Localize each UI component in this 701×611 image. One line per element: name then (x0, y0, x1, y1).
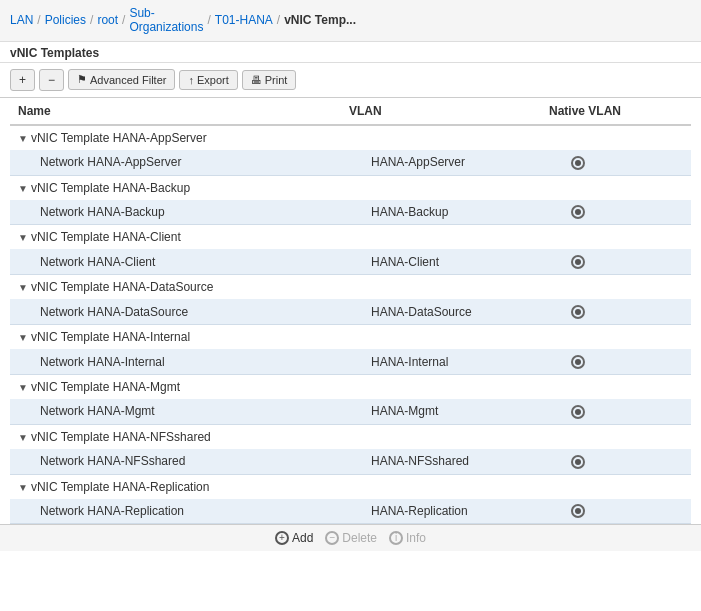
info-action-icon: i (389, 531, 403, 545)
row-vlan: HANA-Backup (341, 200, 541, 225)
table-body: ▼vNIC Template HANA-AppServerNetwork HAN… (10, 125, 691, 524)
breadcrumb-sep-4: / (277, 13, 280, 27)
row-native-vlan (541, 499, 691, 524)
table-row[interactable]: Network HANA-ReplicationHANA-Replication (10, 499, 691, 524)
print-icon: 🖶 (251, 74, 262, 86)
print-label: Print (265, 74, 288, 86)
remove-button[interactable]: − (39, 69, 64, 91)
breadcrumb-sub-orgs[interactable]: Sub-Organizations (129, 6, 203, 35)
table-header: Name VLAN Native VLAN (10, 98, 691, 125)
native-vlan-radio (571, 156, 585, 170)
add-icon: + (19, 73, 26, 87)
table-group-row[interactable]: ▼vNIC Template HANA-AppServer (10, 125, 691, 150)
table-row[interactable]: Network HANA-BackupHANA-Backup (10, 200, 691, 225)
row-vlan: HANA-Client (341, 249, 541, 274)
row-name: Network HANA-Mgmt (10, 399, 341, 424)
breadcrumb-vnic: vNIC Temp... (284, 13, 356, 27)
group-name: ▼vNIC Template HANA-Internal (10, 325, 691, 350)
group-name: ▼vNIC Template HANA-Backup (10, 175, 691, 200)
breadcrumb-sep-0: / (37, 13, 40, 27)
breadcrumb-t01-hana[interactable]: T01-HANA (215, 13, 273, 27)
native-vlan-radio (571, 205, 585, 219)
print-button[interactable]: 🖶 Print (242, 70, 297, 90)
delete-action-button[interactable]: − Delete (325, 531, 377, 545)
breadcrumb-sep-3: / (207, 13, 210, 27)
table-group-row[interactable]: ▼vNIC Template HANA-NFSshared (10, 424, 691, 449)
row-vlan: HANA-AppServer (341, 150, 541, 175)
page-header: vNIC Templates (0, 42, 701, 63)
toolbar: + − ⚑ Advanced Filter ↑ Export 🖶 Print (0, 63, 701, 98)
export-label: Export (197, 74, 229, 86)
add-action-button[interactable]: + Add (275, 531, 313, 545)
col-native-vlan: Native VLAN (541, 98, 691, 125)
action-bar: + Add − Delete i Info (0, 524, 701, 551)
row-name: Network HANA-Client (10, 249, 341, 274)
row-native-vlan (541, 299, 691, 324)
row-native-vlan (541, 349, 691, 374)
table-container: Name VLAN Native VLAN ▼vNIC Template HAN… (0, 98, 701, 525)
col-name: Name (10, 98, 341, 125)
advanced-filter-button[interactable]: ⚑ Advanced Filter (68, 69, 175, 90)
add-button[interactable]: + (10, 69, 35, 91)
table-row[interactable]: Network HANA-DataSourceHANA-DataSource (10, 299, 691, 324)
breadcrumb-lan[interactable]: LAN (10, 13, 33, 27)
row-native-vlan (541, 249, 691, 274)
row-vlan: HANA-Replication (341, 499, 541, 524)
group-name: ▼vNIC Template HANA-AppServer (10, 125, 691, 150)
row-vlan: HANA-Internal (341, 349, 541, 374)
row-name: Network HANA-NFSshared (10, 449, 341, 474)
native-vlan-radio (571, 355, 585, 369)
group-name: ▼vNIC Template HANA-Mgmt (10, 374, 691, 399)
row-native-vlan (541, 399, 691, 424)
info-action-button[interactable]: i Info (389, 531, 426, 545)
vnic-table: Name VLAN Native VLAN ▼vNIC Template HAN… (10, 98, 691, 525)
add-action-icon: + (275, 531, 289, 545)
export-button[interactable]: ↑ Export (179, 70, 237, 90)
col-vlan: VLAN (341, 98, 541, 125)
breadcrumb: LAN / Policies / root / Sub-Organization… (0, 0, 701, 42)
breadcrumb-policies[interactable]: Policies (45, 13, 86, 27)
row-name: Network HANA-AppServer (10, 150, 341, 175)
table-row[interactable]: Network HANA-AppServerHANA-AppServer (10, 150, 691, 175)
expand-arrow: ▼ (18, 482, 28, 493)
row-name: Network HANA-Backup (10, 200, 341, 225)
group-name: ▼vNIC Template HANA-Replication (10, 474, 691, 499)
table-row[interactable]: Network HANA-ClientHANA-Client (10, 249, 691, 274)
native-vlan-radio (571, 305, 585, 319)
row-vlan: HANA-DataSource (341, 299, 541, 324)
expand-arrow: ▼ (18, 183, 28, 194)
group-name: ▼vNIC Template HANA-NFSshared (10, 424, 691, 449)
expand-arrow: ▼ (18, 282, 28, 293)
row-native-vlan (541, 449, 691, 474)
table-group-row[interactable]: ▼vNIC Template HANA-Internal (10, 325, 691, 350)
breadcrumb-root[interactable]: root (97, 13, 118, 27)
page-title: vNIC Templates (10, 46, 99, 60)
row-name: Network HANA-Internal (10, 349, 341, 374)
table-group-row[interactable]: ▼vNIC Template HANA-Client (10, 225, 691, 250)
expand-arrow: ▼ (18, 432, 28, 443)
group-name: ▼vNIC Template HANA-DataSource (10, 275, 691, 300)
native-vlan-radio (571, 504, 585, 518)
table-row[interactable]: Network HANA-NFSsharedHANA-NFSshared (10, 449, 691, 474)
row-name: Network HANA-DataSource (10, 299, 341, 324)
row-name: Network HANA-Replication (10, 499, 341, 524)
delete-action-icon: − (325, 531, 339, 545)
table-row[interactable]: Network HANA-InternalHANA-Internal (10, 349, 691, 374)
delete-action-label: Delete (342, 531, 377, 545)
row-vlan: HANA-NFSshared (341, 449, 541, 474)
add-action-label: Add (292, 531, 313, 545)
table-group-row[interactable]: ▼vNIC Template HANA-DataSource (10, 275, 691, 300)
group-name: ▼vNIC Template HANA-Client (10, 225, 691, 250)
table-group-row[interactable]: ▼vNIC Template HANA-Mgmt (10, 374, 691, 399)
filter-icon: ⚑ (77, 73, 87, 86)
native-vlan-radio (571, 455, 585, 469)
breadcrumb-sep-2: / (122, 13, 125, 27)
table-group-row[interactable]: ▼vNIC Template HANA-Backup (10, 175, 691, 200)
table-group-row[interactable]: ▼vNIC Template HANA-Replication (10, 474, 691, 499)
expand-arrow: ▼ (18, 232, 28, 243)
expand-arrow: ▼ (18, 382, 28, 393)
row-vlan: HANA-Mgmt (341, 399, 541, 424)
table-row[interactable]: Network HANA-MgmtHANA-Mgmt (10, 399, 691, 424)
expand-arrow: ▼ (18, 332, 28, 343)
row-native-vlan (541, 200, 691, 225)
